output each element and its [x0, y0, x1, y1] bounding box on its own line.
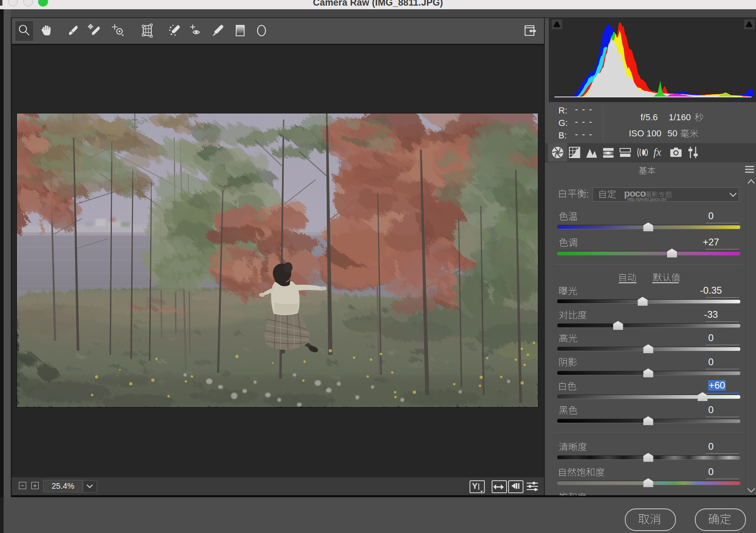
- svg-text:fx: fx: [653, 146, 661, 158]
